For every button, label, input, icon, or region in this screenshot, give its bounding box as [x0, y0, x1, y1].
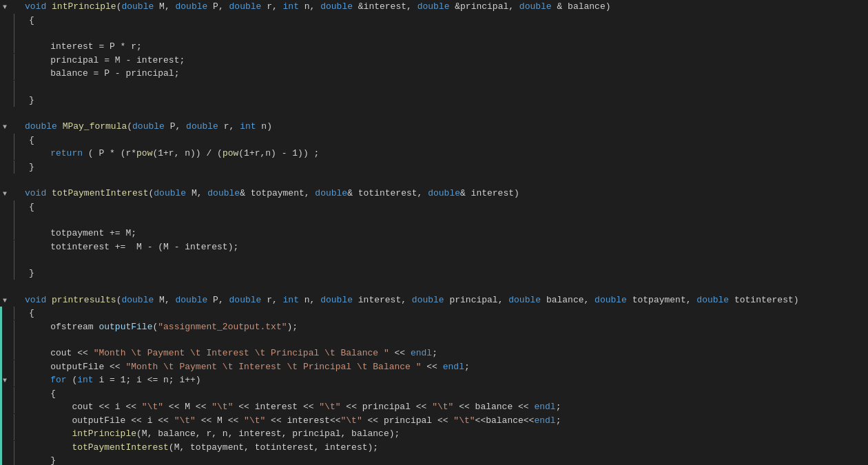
line-content-33: intPrinciple(M, balance, r, n, interest,…: [23, 427, 868, 441]
code-line-15: ▼void totPaymentInterest(double M, doubl…: [0, 187, 868, 200]
code-line-29: ▼ for (int i = 1; i <= n; i++): [0, 373, 868, 387]
code-line-30: {: [0, 387, 868, 401]
code-line-14: [0, 174, 868, 187]
code-line-18: totpayment += M;: [0, 227, 868, 240]
line-bar-20: [14, 254, 23, 267]
line-bar-18: [14, 227, 23, 240]
line-content-34: totPaymentInterest(M, totpayment, totint…: [23, 441, 868, 455]
line-content-8: }: [23, 94, 868, 107]
line-content-12: return ( P * (r*pow(1+r, n)) / (pow(1+r,…: [23, 147, 868, 161]
code-line-33: intPrinciple(M, balance, r, n, interest,…: [0, 427, 868, 441]
line-content-27: cout << "Month \t Payment \t Interest \t…: [23, 347, 868, 360]
line-content-10: double MPay_formula(double P, double r, …: [19, 120, 868, 134]
code-editor: ▼void intPrinciple(double M, double P, d…: [0, 0, 868, 465]
line-bar-31: [14, 400, 23, 413]
line-bar-26: [14, 333, 23, 347]
code-line-32: outputFile << i << "\t" << M << "\t" << …: [0, 414, 868, 428]
line-content-28: outputFile << "Month \t Payment \t Inter…: [23, 360, 868, 374]
code-line-5: principal = M - interest;: [0, 54, 868, 68]
fold-icon-23[interactable]: ▼: [0, 296, 10, 306]
line-bar-25: [14, 320, 23, 333]
code-line-4: interest = P * r;: [0, 40, 868, 54]
code-line-10: ▼double MPay_formula(double P, double r,…: [0, 120, 868, 134]
code-line-28: outputFile << "Month \t Payment \t Inter…: [0, 360, 868, 374]
line-bar-24: [14, 307, 23, 320]
line-content-4: interest = P * r;: [23, 40, 868, 54]
line-bar-13: [14, 161, 23, 174]
fold-icon-15[interactable]: ▼: [0, 189, 10, 199]
line-bar-7: [14, 81, 23, 94]
line-content-30: {: [23, 387, 868, 401]
line-bar-11: [14, 134, 23, 147]
code-line-1: ▼void intPrinciple(double M, double P, d…: [0, 0, 868, 14]
line-bar-5: [14, 54, 23, 67]
code-line-2: {: [0, 14, 868, 28]
code-line-27: cout << "Month \t Payment \t Interest \t…: [0, 347, 868, 360]
line-bar-34: [14, 441, 23, 454]
line-bar-16: [14, 200, 23, 214]
code-line-16: {: [0, 200, 868, 214]
code-line-26: [0, 333, 868, 347]
code-line-11: {: [0, 134, 868, 147]
fold-icon-10[interactable]: ▼: [0, 122, 10, 132]
line-content-19: totinterest += M - (M - interest);: [23, 240, 868, 254]
line-content-1: void intPrinciple(double M, double P, do…: [19, 0, 868, 14]
code-line-8: }: [0, 94, 868, 107]
code-line-22: [0, 280, 868, 293]
code-line-3: [0, 27, 868, 40]
line-bar-27: [14, 347, 23, 360]
code-line-31: cout << i << "\t" << M << "\t" << intere…: [0, 400, 868, 414]
line-bar-33: [14, 427, 23, 440]
code-line-9: [0, 107, 868, 120]
line-bar-21: [14, 267, 23, 280]
line-content-24: {: [23, 307, 868, 320]
line-bar-6: [14, 67, 23, 80]
code-line-13: }: [0, 161, 868, 174]
line-content-16: {: [23, 200, 868, 214]
code-line-12: return ( P * (r*pow(1+r, n)) / (pow(1+r,…: [0, 147, 868, 161]
code-line-34: totPaymentInterest(M, totpayment, totint…: [0, 441, 868, 455]
line-content-15: void totPaymentInterest(double M, double…: [19, 187, 868, 200]
code-line-21: }: [0, 267, 868, 280]
line-bar-8: [14, 94, 23, 107]
line-content-25: ofstream outputFile("assignment_2output.…: [23, 320, 868, 334]
line-bar-32: [14, 414, 23, 427]
line-bar-29: [14, 373, 23, 386]
line-bar-35: [14, 454, 23, 465]
line-bar-3: [14, 27, 23, 40]
line-content-13: }: [23, 161, 868, 174]
line-content-23: void printresults(double M, double P, do…: [19, 293, 868, 307]
line-bar-28: [14, 360, 23, 373]
code-line-19: totinterest += M - (M - interest);: [0, 240, 868, 254]
line-bar-2: [14, 14, 23, 27]
code-line-20: [0, 254, 868, 267]
code-line-17: [0, 214, 868, 227]
line-bar-12: [14, 147, 23, 160]
line-content-21: }: [23, 267, 868, 280]
code-line-6: balance = P - principal;: [0, 67, 868, 81]
line-bar-19: [14, 240, 23, 254]
line-content-2: {: [23, 14, 868, 28]
code-line-25: ofstream outputFile("assignment_2output.…: [0, 320, 868, 334]
line-content-18: totpayment += M;: [23, 227, 868, 240]
code-line-23: ▼void printresults(double M, double P, d…: [0, 293, 868, 307]
line-content-35: }: [23, 454, 868, 465]
line-bar-4: [14, 40, 23, 53]
fold-icon-1[interactable]: ▼: [0, 2, 10, 12]
line-content-32: outputFile << i << "\t" << M << "\t" << …: [23, 414, 868, 428]
line-content-5: principal = M - interest;: [23, 54, 868, 68]
line-bar-17: [14, 214, 23, 227]
line-content-29: for (int i = 1; i <= n; i++): [23, 373, 868, 387]
line-content-6: balance = P - principal;: [23, 67, 868, 81]
line-content-11: {: [23, 134, 868, 147]
code-line-35: }: [0, 454, 868, 465]
line-content-31: cout << i << "\t" << M << "\t" << intere…: [23, 400, 868, 414]
code-line-7: [0, 81, 868, 94]
line-bar-30: [14, 387, 23, 400]
code-line-24: {: [0, 307, 868, 320]
